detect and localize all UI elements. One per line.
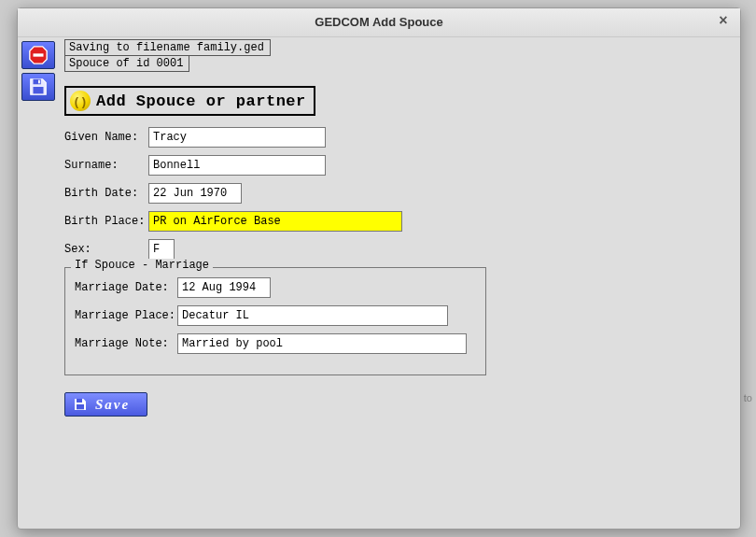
label-birth-place: Birth Place: — [64, 215, 148, 228]
svg-rect-1 — [34, 53, 44, 56]
label-marriage-place: Marriage Place: — [75, 309, 177, 322]
label-marriage-date: Marriage Date: — [75, 281, 177, 294]
form-content: Saving to filename family.ged Spouce of … — [64, 39, 731, 417]
marriage-legend: If Spouce - Marriage — [71, 259, 213, 272]
window-title: GEDCOM Add Spouce — [315, 15, 442, 29]
given-name-field[interactable] — [148, 127, 326, 148]
dialog-add-spouse: GEDCOM Add Spouce × Saving to filename f… — [17, 7, 741, 530]
section-header-text: Add Spouce or partner — [96, 92, 306, 110]
stop-icon — [28, 45, 49, 65]
marriage-date-field[interactable] — [177, 277, 271, 298]
marriage-note-field[interactable] — [177, 333, 467, 354]
status-spouse-id: Spouce of id 0001 — [64, 55, 189, 72]
label-birth-date: Birth Date: — [64, 187, 148, 200]
marriage-fieldset: If Spouce - Marriage Marriage Date: Marr… — [64, 267, 486, 375]
label-given-name: Given Name: — [64, 131, 148, 144]
surname-field[interactable] — [148, 155, 326, 176]
label-surname: Surname: — [64, 159, 148, 172]
birth-place-field[interactable] — [148, 211, 402, 232]
sidebar — [21, 41, 59, 105]
status-filename: Saving to filename family.ged — [64, 39, 271, 56]
save-button-label: Save — [95, 397, 130, 413]
close-icon: × — [719, 12, 727, 28]
floppy-icon — [73, 397, 88, 412]
svg-rect-6 — [77, 404, 84, 409]
label-sex: Sex: — [64, 243, 148, 256]
save-button[interactable]: Save — [64, 392, 147, 417]
rings-icon: ( ) — [70, 91, 91, 111]
svg-rect-4 — [34, 87, 44, 93]
sidebar-save-button[interactable] — [21, 73, 55, 101]
sex-field[interactable] — [148, 239, 175, 260]
svg-rect-3 — [38, 80, 40, 84]
close-button[interactable]: × — [714, 12, 733, 31]
sidebar-stop-button[interactable] — [21, 41, 55, 69]
svg-rect-5 — [77, 399, 82, 403]
marriage-place-field[interactable] — [177, 305, 448, 326]
titlebar: GEDCOM Add Spouce × — [18, 8, 740, 37]
section-header: ( ) Add Spouce or partner — [64, 86, 315, 116]
label-marriage-note: Marriage Note: — [75, 337, 177, 350]
floppy-icon — [28, 77, 49, 97]
birth-date-field[interactable] — [148, 183, 242, 204]
